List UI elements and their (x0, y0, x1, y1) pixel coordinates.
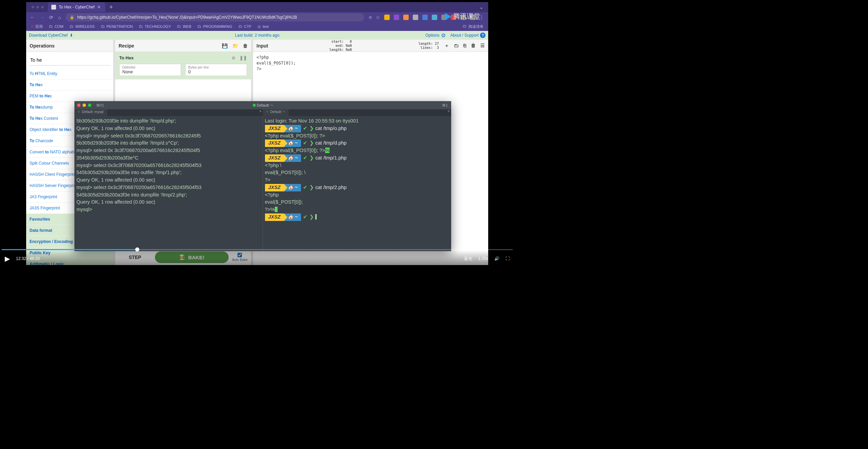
video-progress-bar[interactable] (2, 249, 513, 250)
bookmark-folder[interactable]: 🗀WEB (177, 24, 191, 29)
ext-icon[interactable] (432, 15, 437, 20)
video-watermark: 腾讯课堂 (445, 12, 480, 21)
terminal-window-controls[interactable] (77, 104, 91, 107)
ext-icon[interactable] (422, 15, 428, 20)
bookmark-folder[interactable]: 🗀CTF (238, 24, 251, 29)
bytes-per-line-arg[interactable]: Bytes per line 0 (185, 64, 247, 76)
favicon (51, 5, 56, 10)
terminal-tab[interactable]: ×Default: ~ (263, 109, 289, 116)
add-input-icon[interactable]: ＋ (444, 43, 449, 49)
new-tab-button[interactable]: + (109, 4, 113, 11)
bookmark-star-icon[interactable]: ☆ (376, 15, 380, 20)
ext-icon[interactable] (384, 15, 390, 20)
recipe-header: Recipe 💾 📁 🗑 (115, 40, 251, 52)
delimiter-arg[interactable]: Delimiter None (119, 64, 181, 76)
tabs-dropdown-icon[interactable]: ⌄ (479, 4, 483, 10)
browser-tab[interactable]: To Hex - CyberChef × (48, 2, 105, 12)
url-text: https://gchq.github.io/CyberChef/#recipe… (77, 15, 297, 20)
gear-icon: ⚙ (441, 32, 446, 39)
back-button[interactable]: ← (30, 15, 35, 20)
quality-button[interactable]: 蓝光 (464, 256, 472, 262)
open-folder-icon[interactable]: 🗀 (454, 43, 459, 49)
home-button[interactable]: ⌂ (58, 15, 61, 20)
play-button[interactable]: ▶ (5, 255, 10, 263)
nav-bar: ← → ⟳ ⌂ 🔒 https://gchq.github.io/CyberCh… (26, 12, 488, 22)
play-triangle-icon (445, 13, 451, 20)
bookmark-folder[interactable]: 🗀PROGRAMMING (197, 24, 232, 29)
forward-button[interactable]: → (40, 15, 45, 20)
menu-icon[interactable]: ≡ (448, 109, 450, 113)
bookmark-folder[interactable]: 🗀TECHNOLOGY (139, 24, 171, 29)
bookmarks-bar: ⠿应用 🗀COM 🗀WIRELESS 🗀PENETRATION 🗀TECHNOL… (26, 22, 488, 31)
ext-icon[interactable] (394, 15, 399, 20)
terminal-pane-right[interactable]: Last login: Tue Nov 16 20:55:53 on ttys0… (263, 116, 451, 251)
reload-button[interactable]: ⟳ (49, 15, 53, 20)
input-header: Input start: 0 end: NaN length: NaN leng… (253, 40, 488, 52)
operation-item[interactable]: PEM to Hex (26, 91, 113, 102)
terminal-titlebar[interactable]: ⌘#1 Default: ~ ⌘1 (74, 101, 451, 109)
open-file-icon[interactable]: ⎘ (463, 43, 466, 49)
translate-icon[interactable]: ⎋ (369, 15, 372, 20)
disable-op-icon[interactable]: ⊘ (232, 55, 235, 60)
terminal-tabs: ×Default: mysql≡ ×Default: ~≡ (74, 109, 451, 116)
trash-icon[interactable]: 🗑 (243, 43, 248, 49)
terminal-window: ⌘#1 Default: ~ ⌘1 ×Default: mysql≡ ×Defa… (74, 101, 451, 251)
terminal-tab[interactable]: ×Default: mysql (74, 109, 107, 116)
window-controls[interactable] (32, 6, 44, 8)
ext-icon[interactable] (413, 15, 418, 20)
clear-input-icon[interactable]: 🗑 (471, 43, 476, 49)
bookmark-folder[interactable]: 🗀PENETRATION (101, 24, 133, 29)
volume-icon[interactable]: 🔊 (494, 256, 499, 261)
recipe-operation[interactable]: To Hex ⊘ ❚❚ Delimiter None (115, 52, 251, 79)
reading-list[interactable]: 🗀阅读清单 (463, 24, 483, 29)
operations-search-input[interactable] (29, 55, 110, 66)
app-banner: Download CyberChef ⬇ Last build: 2 month… (26, 31, 488, 40)
speed-button[interactable]: 1.25x (478, 256, 488, 261)
last-build-text: Last build: 2 months ago (235, 33, 280, 38)
address-bar[interactable]: 🔒 https://gchq.github.io/CyberChef/#reci… (66, 13, 364, 21)
fullscreen-icon[interactable]: ⛶ (506, 256, 510, 261)
tab-strip: To Hex - CyberChef × + ⌄ (26, 2, 488, 12)
download-icon: ⬇ (70, 33, 73, 38)
operations-header: Operations (26, 40, 113, 52)
input-editor[interactable]: <?php eval($_POST[0]); ?> (253, 52, 488, 74)
about-link[interactable]: About / Support? (450, 33, 485, 38)
close-tab-icon[interactable]: × (97, 4, 100, 10)
lock-icon: 🔒 (70, 15, 74, 20)
folder-icon[interactable]: 📁 (232, 43, 238, 49)
tab-title: To Hex - CyberChef (59, 5, 94, 10)
list-icon[interactable]: ☰ (480, 43, 485, 49)
bookmark-link[interactable]: ◎test (258, 24, 269, 29)
operation-item[interactable]: To HTML Entity (26, 68, 113, 79)
save-icon[interactable]: 💾 (222, 43, 228, 49)
pause-op-icon[interactable]: ❚❚ (240, 55, 247, 60)
bookmark-folder[interactable]: 🗀COM (49, 24, 64, 29)
apps-shortcut[interactable]: ⠿应用 (31, 24, 43, 29)
help-icon: ? (480, 33, 485, 38)
video-time: 12:32 / 46:20 (16, 256, 40, 261)
operation-item[interactable]: To Hex (26, 79, 113, 91)
bookmark-folder[interactable]: 🗀WIRELESS (70, 24, 95, 29)
video-controls: ▶ 12:32 / 46:20 蓝光 1.25x 🔊 ⛶ (0, 250, 514, 267)
ext-icon[interactable] (403, 15, 409, 20)
menu-icon[interactable]: ≡ (260, 109, 262, 113)
terminal-pane-left[interactable]: 5b305d293b203f3e into dumpfile '/tmp/d.p… (74, 116, 263, 251)
download-link[interactable]: Download CyberChef ⬇ (29, 33, 73, 38)
terminal-title: Default: ~ (253, 103, 273, 107)
options-link[interactable]: Options⚙ (425, 32, 445, 39)
